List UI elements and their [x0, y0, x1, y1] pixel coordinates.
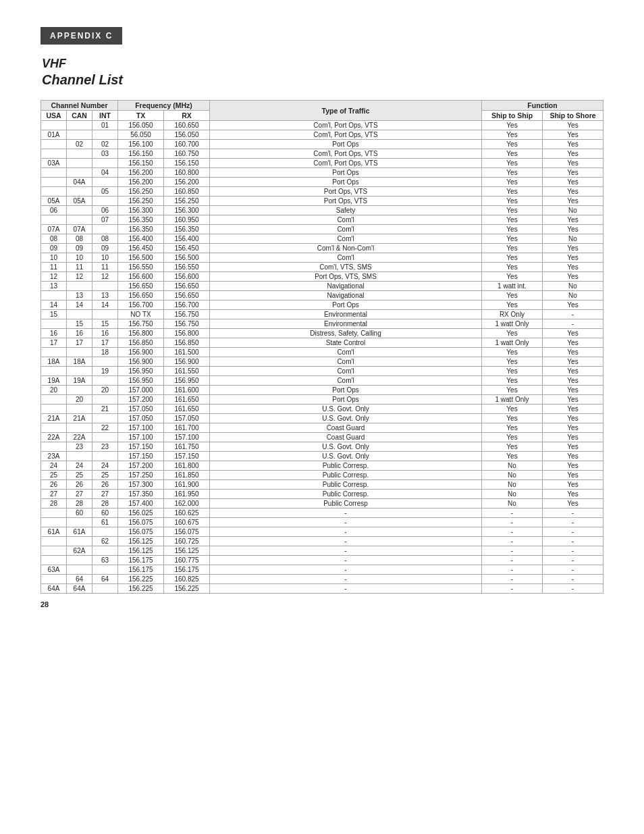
cell-usa: 27: [41, 490, 67, 499]
cell-ship: -: [482, 527, 543, 537]
cell-can: 07A: [67, 225, 92, 234]
cell-ship: Yes: [482, 301, 543, 310]
cell-usa: 16: [41, 329, 67, 338]
cell-usa: 64A: [41, 584, 67, 594]
cell-type: State Control: [210, 338, 482, 348]
cell-int: [92, 159, 118, 168]
cell-rx: 160.675: [164, 518, 210, 527]
cell-tx: 156.150: [118, 149, 164, 159]
cell-type: -: [210, 546, 482, 556]
table-row: 05156.250160.850Port Ops, VTSYesYes: [41, 187, 603, 197]
cell-tx: NO TX: [118, 310, 164, 319]
cell-usa: 18A: [41, 357, 67, 367]
cell-shore: Yes: [543, 367, 603, 376]
cell-int: 21: [92, 405, 118, 414]
table-row: 171717156.850156.850State Control1 watt …: [41, 338, 603, 348]
table-row: 03156.150160.750Com'l, Port Ops, VTSYesY…: [41, 149, 603, 159]
cell-shore: Yes: [543, 263, 603, 272]
cell-can: [67, 121, 92, 130]
cell-ship: Yes: [482, 272, 543, 282]
cell-type: Com'l: [210, 215, 482, 225]
cell-shore: Yes: [543, 423, 603, 433]
table-row: 19A19A156.950156.950Com'lYesYes: [41, 376, 603, 386]
cell-rx: 156.650: [164, 282, 210, 291]
cell-can: [67, 159, 92, 168]
cell-usa: [41, 442, 67, 452]
cell-shore: No: [543, 206, 603, 215]
cell-ship: 1 watt Only: [482, 319, 543, 329]
cell-rx: 161.900: [164, 480, 210, 490]
cell-usa: [41, 348, 67, 357]
cell-usa: [41, 319, 67, 329]
cell-rx: 156.750: [164, 310, 210, 319]
cell-type: Com'l, VTS, SMS: [210, 263, 482, 272]
table-row: 62156.125160.725---: [41, 537, 603, 546]
cell-rx: 160.775: [164, 556, 210, 565]
cell-ship: Yes: [482, 367, 543, 376]
cell-usa: 07A: [41, 225, 67, 234]
cell-rx: 156.225: [164, 584, 210, 594]
cell-usa: [41, 405, 67, 414]
cell-tx: 156.350: [118, 225, 164, 234]
cell-shore: Yes: [543, 405, 603, 414]
cell-type: Com'l: [210, 225, 482, 234]
cell-tx: 156.225: [118, 584, 164, 594]
cell-rx: 156.400: [164, 234, 210, 244]
cell-usa: 26: [41, 480, 67, 490]
cell-rx: 156.900: [164, 357, 210, 367]
table-row: 6060156.025160.625---: [41, 509, 603, 518]
cell-int: 08: [92, 234, 118, 244]
cell-can: [67, 168, 92, 178]
cell-rx: 156.125: [164, 546, 210, 556]
channel-list-title: Channel List: [42, 72, 603, 88]
table-row: 272727157.350161.950Public Corresp.NoYes: [41, 490, 603, 499]
cell-tx: 157.050: [118, 414, 164, 423]
cell-rx: 160.800: [164, 168, 210, 178]
cell-int: 06: [92, 206, 118, 215]
cell-type: Com'l: [210, 376, 482, 386]
cell-can: 12: [67, 272, 92, 282]
cell-int: 13: [92, 291, 118, 301]
header-ship-to-shore: Ship to Shore: [543, 111, 603, 121]
cell-rx: 157.050: [164, 414, 210, 423]
table-row: 141414156.700156.700Port OpsYesYes: [41, 301, 603, 310]
cell-ship: 1 watt Only: [482, 395, 543, 405]
cell-ship: -: [482, 518, 543, 527]
cell-ship: Yes: [482, 159, 543, 168]
cell-can: [67, 423, 92, 433]
cell-type: Com'l: [210, 357, 482, 367]
cell-tx: 156.850: [118, 338, 164, 348]
cell-ship: Yes: [482, 452, 543, 461]
cell-usa: 01A: [41, 130, 67, 140]
cell-can: [67, 537, 92, 546]
cell-type: -: [210, 565, 482, 575]
cell-int: 12: [92, 272, 118, 282]
cell-rx: 156.350: [164, 225, 210, 234]
cell-tx: 156.050: [118, 121, 164, 130]
cell-usa: 12: [41, 272, 67, 282]
cell-ship: Yes: [482, 329, 543, 338]
header-frequency: Frequency (MHz): [118, 101, 210, 111]
cell-type: Port Ops, VTS: [210, 187, 482, 197]
cell-shore: Yes: [543, 338, 603, 348]
table-row: 62A156.125156.125---: [41, 546, 603, 556]
cell-rx: 156.050: [164, 130, 210, 140]
cell-shore: -: [543, 546, 603, 556]
cell-usa: [41, 187, 67, 197]
cell-usa: 23A: [41, 452, 67, 461]
cell-rx: 161.750: [164, 442, 210, 452]
cell-can: 16: [67, 329, 92, 338]
cell-can: [67, 149, 92, 159]
table-row: 61A61A156.075156.075---: [41, 527, 603, 537]
cell-rx: 156.075: [164, 527, 210, 537]
cell-shore: Yes: [543, 159, 603, 168]
cell-rx: 161.600: [164, 386, 210, 395]
table-row: 61156.075160.675---: [41, 518, 603, 527]
cell-can: 13: [67, 291, 92, 301]
cell-ship: No: [482, 471, 543, 480]
cell-shore: Yes: [543, 187, 603, 197]
cell-type: Com'l: [210, 253, 482, 263]
cell-ship: Yes: [482, 168, 543, 178]
cell-int: 03: [92, 149, 118, 159]
cell-tx: 157.100: [118, 433, 164, 442]
